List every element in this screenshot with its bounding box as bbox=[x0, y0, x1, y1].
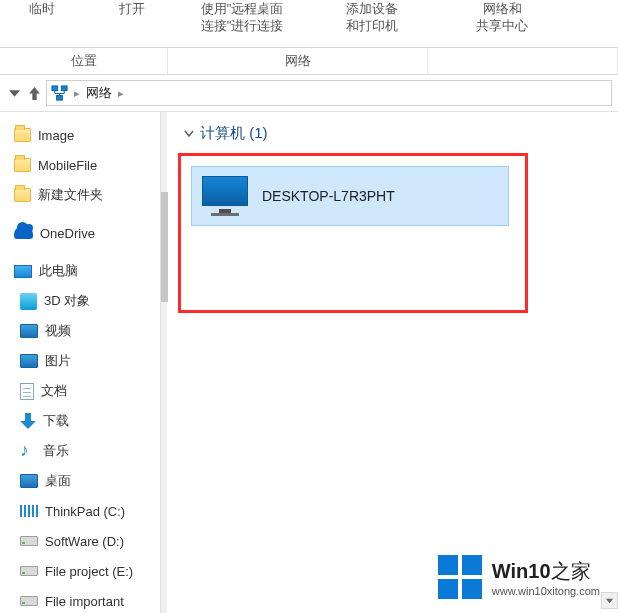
sidebar-item-downloads[interactable]: 下载 bbox=[0, 406, 160, 436]
drive-icon bbox=[20, 505, 38, 517]
tree-spacer bbox=[0, 210, 160, 218]
address-bar: ▸ 网络 ▸ bbox=[0, 75, 618, 112]
computer-name: DESKTOP-L7R3PHT bbox=[262, 188, 395, 204]
videos-icon bbox=[20, 324, 38, 338]
ribbon-commands: 临时 打开 使用"远程桌面 连接"进行连接 添加设备 和打印机 网络和 共享中心 bbox=[0, 0, 618, 48]
svg-rect-2 bbox=[57, 95, 63, 100]
watermark-title: Win10之家 bbox=[492, 558, 600, 585]
explorer-body: Image MobileFile 新建文件夹 OneDrive 此电脑 bbox=[0, 112, 618, 613]
pictures-icon bbox=[20, 354, 38, 368]
documents-icon bbox=[20, 383, 34, 400]
ribbon-section-network: 网络 bbox=[168, 48, 428, 74]
chevron-right-icon: ▸ bbox=[74, 87, 80, 100]
network-computer-tile[interactable]: DESKTOP-L7R3PHT bbox=[191, 166, 509, 226]
sidebar-item-desktop[interactable]: 桌面 bbox=[0, 466, 160, 496]
sidebar-item-new-folder[interactable]: 新建文件夹 bbox=[0, 180, 160, 210]
window-scrollbar-down-icon[interactable] bbox=[601, 592, 618, 609]
group-title: 计算机 (1) bbox=[200, 124, 268, 143]
sidebar-item-pictures[interactable]: 图片 bbox=[0, 346, 160, 376]
annotation-highlight: DESKTOP-L7R3PHT bbox=[178, 153, 528, 313]
ribbon-item-open[interactable]: 打开 bbox=[102, 0, 162, 17]
chevron-down-icon bbox=[184, 129, 194, 139]
svg-rect-0 bbox=[52, 85, 58, 90]
this-pc-icon bbox=[14, 265, 32, 278]
sidebar-item-3d-objects[interactable]: 3D 对象 bbox=[0, 286, 160, 316]
sidebar-item-mobilefile[interactable]: MobileFile bbox=[0, 150, 160, 180]
breadcrumb-network[interactable]: 网络 bbox=[86, 84, 112, 102]
folder-icon bbox=[14, 128, 31, 142]
downloads-icon bbox=[20, 413, 36, 429]
sidebar-scrollbar[interactable] bbox=[160, 112, 167, 613]
tree-spacer bbox=[0, 248, 160, 256]
desktop-icon bbox=[20, 474, 38, 488]
sidebar-item-documents[interactable]: 文档 bbox=[0, 376, 160, 406]
network-icon bbox=[51, 85, 68, 102]
ribbon-item-add-device[interactable]: 添加设备 和打印机 bbox=[322, 0, 422, 34]
sidebar-item-drive-e[interactable]: File project (E:) bbox=[0, 556, 160, 586]
navigation-tree: Image MobileFile 新建文件夹 OneDrive 此电脑 bbox=[0, 112, 160, 613]
nav-dropdown-icon[interactable] bbox=[6, 85, 22, 101]
drive-icon bbox=[20, 566, 38, 576]
sidebar-item-image[interactable]: Image bbox=[0, 120, 160, 150]
ribbon-section-empty bbox=[428, 48, 618, 74]
group-header-computers[interactable]: 计算机 (1) bbox=[184, 124, 608, 143]
music-icon bbox=[20, 443, 36, 459]
windows-logo-icon bbox=[438, 555, 482, 599]
computer-icon bbox=[202, 176, 248, 216]
nav-up-icon[interactable] bbox=[26, 85, 42, 101]
drive-icon bbox=[20, 596, 38, 606]
address-box[interactable]: ▸ 网络 ▸ bbox=[46, 80, 612, 106]
content-pane: 计算机 (1) DESKTOP-L7R3PHT bbox=[168, 112, 618, 613]
folder-icon bbox=[14, 188, 31, 202]
onedrive-icon bbox=[14, 227, 33, 239]
ribbon-item-network-sharing-center[interactable]: 网络和 共享中心 bbox=[452, 0, 552, 34]
sidebar-item-drive-file-important[interactable]: File important bbox=[0, 586, 160, 613]
ribbon-item-remote-desktop[interactable]: 使用"远程桌面 连接"进行连接 bbox=[192, 0, 292, 34]
svg-rect-1 bbox=[61, 85, 67, 90]
folder-icon bbox=[14, 158, 31, 172]
drive-icon bbox=[20, 536, 38, 546]
3d-objects-icon bbox=[20, 293, 37, 310]
watermark: Win10之家 www.win10xitong.com bbox=[438, 555, 600, 599]
ribbon-section-location: 位置 bbox=[0, 48, 168, 74]
ribbon-sections: 位置 网络 bbox=[0, 48, 618, 75]
sidebar-item-this-pc[interactable]: 此电脑 bbox=[0, 256, 160, 286]
sidebar-item-music[interactable]: 音乐 bbox=[0, 436, 160, 466]
scrollbar-thumb[interactable] bbox=[161, 192, 168, 302]
sidebar-item-videos[interactable]: 视频 bbox=[0, 316, 160, 346]
watermark-url: www.win10xitong.com bbox=[492, 585, 600, 597]
sidebar-item-onedrive[interactable]: OneDrive bbox=[0, 218, 160, 248]
chevron-right-icon[interactable]: ▸ bbox=[118, 87, 124, 100]
ribbon-item-temp[interactable]: 临时 bbox=[12, 0, 72, 17]
sidebar-item-drive-d[interactable]: SoftWare (D:) bbox=[0, 526, 160, 556]
sidebar-item-drive-c[interactable]: ThinkPad (C:) bbox=[0, 496, 160, 526]
